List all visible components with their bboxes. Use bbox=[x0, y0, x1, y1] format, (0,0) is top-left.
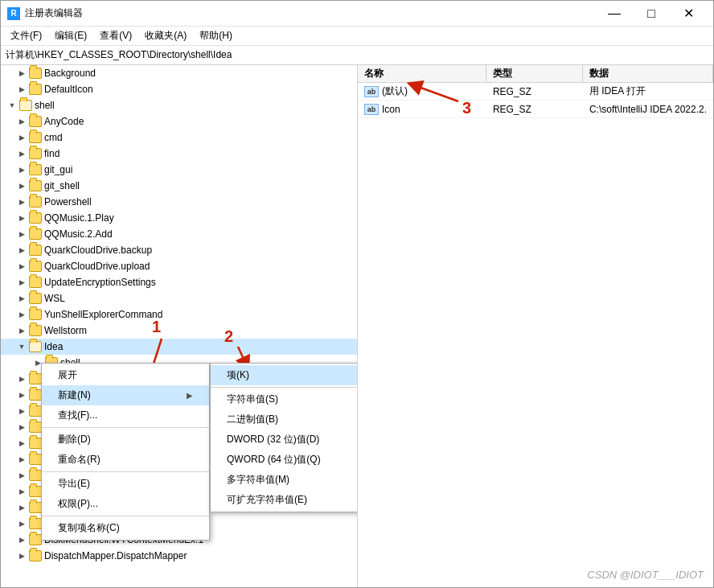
expand-arrow: ▶ bbox=[17, 422, 27, 432]
annotation-right: 3 bbox=[358, 65, 713, 587]
menu-favorites[interactable]: 收藏夹(A) bbox=[138, 27, 193, 44]
main-content: ▶ Background ▶ DefaultIcon ▼ shell ▶ Any… bbox=[1, 65, 713, 587]
tree-item-label: DispatchMapper.DispatchMapper bbox=[44, 550, 187, 561]
tree-item-git-gui[interactable]: ▶ git_gui bbox=[1, 162, 357, 178]
cell-name-label: Icon bbox=[382, 104, 400, 115]
registry-editor-window: R 注册表编辑器 — □ ✕ 文件(F) 编辑(E) 查看(V) 收藏夹(A) … bbox=[0, 0, 714, 588]
expand-arrow: ▶ bbox=[17, 117, 27, 126]
ctx-delete[interactable]: 删除(D) bbox=[42, 430, 209, 450]
tree-item-powershell[interactable]: ▶ Powershell bbox=[1, 194, 357, 210]
menu-view[interactable]: 查看(V) bbox=[93, 27, 138, 44]
folder-icon bbox=[29, 116, 42, 127]
ctx-copy-name[interactable]: 复制项名称(C) bbox=[42, 518, 209, 538]
address-bar: 计算机\HKEY_CLASSES_ROOT\Directory\shell\Id… bbox=[1, 46, 713, 65]
folder-icon bbox=[19, 100, 32, 111]
folder-icon bbox=[29, 277, 42, 288]
tree-item-cmd[interactable]: ▶ cmd bbox=[1, 130, 357, 146]
tree-item-git-shell[interactable]: ▶ git_shell bbox=[1, 178, 357, 194]
ab-icon: ab bbox=[364, 104, 379, 115]
expand-arrow: ▶ bbox=[17, 374, 27, 384]
tree-item-wellstorm[interactable]: ▶ Wellstorm bbox=[1, 323, 357, 339]
right-panel: 名称 类型 数据 ab (默认) REG_SZ 用 IDEA 打开 ab Ico… bbox=[358, 65, 713, 587]
folder-icon bbox=[29, 421, 42, 433]
folder-icon bbox=[29, 68, 42, 79]
expand-arrow: ▶ bbox=[17, 68, 27, 78]
expand-arrow: ▶ bbox=[17, 84, 27, 94]
folder-icon bbox=[29, 550, 42, 561]
tree-item-yunshell[interactable]: ▶ YunShellExplorerCommand bbox=[1, 306, 357, 323]
tree-item-quark-backup[interactable]: ▶ QuarkCloudDrive.backup bbox=[1, 242, 357, 258]
cell-data-default: 用 IDEA 打开 bbox=[583, 84, 713, 98]
tree-item-label: Powershell bbox=[44, 196, 92, 208]
folder-icon bbox=[29, 84, 42, 95]
folder-icon bbox=[29, 389, 42, 401]
folder-icon bbox=[29, 534, 42, 545]
ctx-expand[interactable]: 展开 bbox=[42, 365, 209, 385]
ctx-new[interactable]: 新建(N) ▶ bbox=[42, 385, 209, 405]
app-icon: R bbox=[7, 7, 20, 20]
folder-icon bbox=[29, 164, 42, 175]
folder-icon bbox=[29, 486, 42, 497]
folder-icon bbox=[29, 261, 42, 272]
tree-item-wsl[interactable]: ▶ WSL bbox=[1, 290, 357, 306]
sub-ctx-string[interactable]: 字符串值(S) bbox=[211, 389, 358, 409]
close-button[interactable]: ✕ bbox=[670, 1, 707, 27]
sub-ctx-dword[interactable]: DWORD (32 位)值(D) bbox=[211, 430, 358, 450]
tree-item-dispatch[interactable]: ▶ DispatchMapper.DispatchMapper bbox=[1, 548, 357, 564]
registry-row-default[interactable]: ab (默认) REG_SZ 用 IDEA 打开 bbox=[358, 83, 713, 101]
tree-item-label: UpdateEncryptionSettings bbox=[44, 277, 156, 288]
menu-edit[interactable]: 编辑(E) bbox=[48, 27, 93, 44]
ctx-find[interactable]: 查找(F)... bbox=[42, 405, 209, 426]
folder-icon bbox=[29, 502, 42, 513]
context-menu: 展开 新建(N) ▶ 查找(F)... 删除(D) 重命名(R) bbox=[41, 363, 210, 541]
folder-icon bbox=[29, 180, 42, 191]
ctx-permissions[interactable]: 权限(P)... bbox=[42, 494, 209, 514]
folder-icon bbox=[29, 228, 42, 240]
folder-icon bbox=[29, 293, 42, 304]
folder-icon bbox=[29, 132, 42, 143]
sub-ctx-multistring[interactable]: 多字符串值(M) bbox=[211, 470, 358, 490]
cell-type-default: REG_SZ bbox=[486, 86, 583, 97]
sub-ctx-expandstring[interactable]: 可扩充字符串值(E) bbox=[211, 490, 358, 510]
maximize-button[interactable]: □ bbox=[633, 1, 670, 27]
sub-ctx-key[interactable]: 项(K) bbox=[211, 365, 358, 385]
expand-arrow: ▶ bbox=[17, 390, 27, 400]
folder-icon bbox=[29, 148, 42, 159]
tree-item-quark-upload[interactable]: ▶ QuarkCloudDrive.upload bbox=[1, 258, 357, 274]
sub-ctx-binary[interactable]: 二进制值(B) bbox=[211, 409, 358, 430]
expand-arrow: ▶ bbox=[17, 133, 27, 142]
expand-arrow: ▶ bbox=[17, 165, 27, 175]
sub-ctx-sep1 bbox=[211, 387, 358, 388]
tree-item-defaulticon[interactable]: ▶ DefaultIcon bbox=[1, 81, 357, 97]
tree-item-label: QuarkCloudDrive.upload bbox=[44, 261, 150, 272]
minimize-button[interactable]: — bbox=[596, 1, 633, 27]
ctx-rename[interactable]: 重命名(R) bbox=[42, 450, 209, 470]
sub-context-menu: 项(K) 字符串值(S) 二进制值(B) DWORD (32 位)值(D) QW… bbox=[210, 363, 358, 512]
tree-item-qqmusic2[interactable]: ▶ QQMusic.2.Add bbox=[1, 226, 357, 242]
address-label: 计算机\HKEY_CLASSES_ROOT\Directory\shell\Id… bbox=[6, 48, 232, 62]
menu-file[interactable]: 文件(F) bbox=[4, 27, 48, 44]
tree-item-find[interactable]: ▶ find bbox=[1, 146, 357, 162]
tree-item-label: Idea bbox=[44, 341, 63, 352]
expand-arrow: ▶ bbox=[17, 245, 27, 255]
tree-item-label: AnyCode bbox=[44, 116, 84, 127]
tree-item-shell[interactable]: ▼ shell bbox=[1, 97, 357, 113]
tree-panel[interactable]: ▶ Background ▶ DefaultIcon ▼ shell ▶ Any… bbox=[1, 65, 358, 587]
cell-name-icon: ab Icon bbox=[358, 104, 486, 115]
registry-row-icon[interactable]: ab Icon REG_SZ C:\soft\IntelliJ IDEA 202… bbox=[358, 101, 713, 118]
expand-arrow: ▶ bbox=[17, 213, 27, 223]
col-header-type: 类型 bbox=[486, 65, 583, 82]
expand-arrow: ▶ bbox=[17, 535, 27, 545]
menu-help[interactable]: 帮助(H) bbox=[193, 27, 239, 44]
tree-item-updateenc[interactable]: ▶ UpdateEncryptionSettings bbox=[1, 274, 357, 290]
expand-arrow: ▼ bbox=[7, 101, 17, 110]
ab-icon: ab bbox=[364, 86, 379, 97]
ctx-export[interactable]: 导出(E) bbox=[42, 474, 209, 494]
folder-icon bbox=[29, 373, 42, 384]
expand-arrow: ▶ bbox=[17, 471, 27, 480]
tree-item-idea[interactable]: ▼ Idea bbox=[1, 339, 357, 355]
tree-item-anycode[interactable]: ▶ AnyCode bbox=[1, 113, 357, 130]
tree-item-background[interactable]: ▶ Background bbox=[1, 65, 357, 81]
sub-ctx-qword[interactable]: QWORD (64 位)值(Q) bbox=[211, 450, 358, 470]
tree-item-qqmusic1[interactable]: ▶ QQMusic.1.Play bbox=[1, 210, 357, 226]
